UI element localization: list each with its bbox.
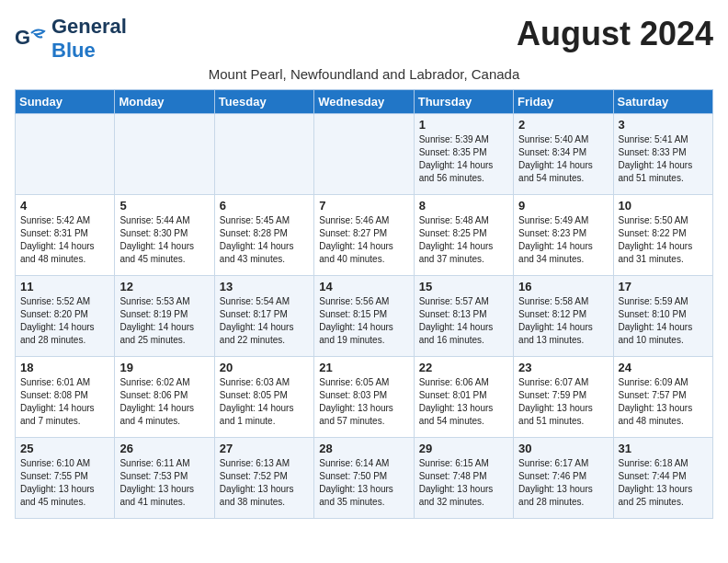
calendar-cell: 12Sunrise: 5:53 AM Sunset: 8:19 PM Dayli…: [115, 276, 214, 357]
calendar-cell: 1Sunrise: 5:39 AM Sunset: 8:35 PM Daylig…: [414, 114, 513, 195]
day-info: Sunrise: 5:46 AM Sunset: 8:27 PM Dayligh…: [319, 214, 408, 266]
calendar-cell: [16, 114, 115, 195]
calendar-cell: 18Sunrise: 6:01 AM Sunset: 8:08 PM Dayli…: [16, 357, 115, 438]
calendar-cell: 26Sunrise: 6:11 AM Sunset: 7:53 PM Dayli…: [115, 438, 214, 519]
day-number: 5: [119, 199, 209, 213]
calendar-cell: 29Sunrise: 6:15 AM Sunset: 7:48 PM Dayli…: [414, 438, 513, 519]
day-info: Sunrise: 5:54 AM Sunset: 8:17 PM Dayligh…: [220, 295, 309, 347]
day-number: 14: [319, 280, 408, 293]
day-number: 23: [518, 361, 608, 374]
day-number: 12: [119, 280, 209, 293]
day-number: 11: [20, 280, 109, 293]
day-info: Sunrise: 5:52 AM Sunset: 8:20 PM Dayligh…: [20, 295, 109, 347]
day-number: 17: [619, 280, 708, 293]
day-number: 26: [119, 442, 209, 455]
day-info: Sunrise: 6:05 AM Sunset: 8:03 PM Dayligh…: [319, 376, 408, 428]
calendar-cell: 3Sunrise: 5:41 AM Sunset: 8:33 PM Daylig…: [613, 114, 712, 195]
day-info: Sunrise: 5:58 AM Sunset: 8:12 PM Dayligh…: [518, 295, 608, 347]
calendar-cell: 30Sunrise: 6:17 AM Sunset: 7:46 PM Dayli…: [514, 438, 613, 519]
day-number: 10: [619, 199, 708, 213]
day-number: 4: [20, 199, 109, 213]
weekday-header-tuesday: Tuesday: [214, 90, 313, 114]
calendar-cell: 20Sunrise: 6:03 AM Sunset: 8:05 PM Dayli…: [214, 357, 313, 438]
day-info: Sunrise: 5:41 AM Sunset: 8:33 PM Dayligh…: [619, 133, 708, 185]
calendar-cell: 11Sunrise: 5:52 AM Sunset: 8:20 PM Dayli…: [16, 276, 115, 357]
weekday-header-friday: Friday: [514, 90, 613, 114]
day-number: 19: [119, 361, 209, 374]
calendar-cell: 9Sunrise: 5:49 AM Sunset: 8:23 PM Daylig…: [514, 195, 613, 276]
day-number: 28: [319, 442, 408, 455]
day-number: 15: [419, 280, 508, 293]
day-info: Sunrise: 5:39 AM Sunset: 8:35 PM Dayligh…: [419, 133, 508, 185]
calendar-cell: 23Sunrise: 6:07 AM Sunset: 7:59 PM Dayli…: [514, 357, 613, 438]
calendar-cell: 21Sunrise: 6:05 AM Sunset: 8:03 PM Dayli…: [314, 357, 414, 438]
calendar-cell: 24Sunrise: 6:09 AM Sunset: 7:57 PM Dayli…: [613, 357, 712, 438]
month-title: August 2024: [517, 15, 713, 53]
day-number: 31: [619, 442, 708, 455]
calendar-cell: 17Sunrise: 5:59 AM Sunset: 8:10 PM Dayli…: [613, 276, 712, 357]
day-info: Sunrise: 5:57 AM Sunset: 8:13 PM Dayligh…: [419, 295, 508, 347]
day-number: 1: [419, 118, 508, 132]
day-info: Sunrise: 5:45 AM Sunset: 8:28 PM Dayligh…: [220, 214, 309, 266]
day-info: Sunrise: 5:50 AM Sunset: 8:22 PM Dayligh…: [619, 214, 708, 266]
calendar-cell: 14Sunrise: 5:56 AM Sunset: 8:15 PM Dayli…: [314, 276, 414, 357]
day-info: Sunrise: 5:59 AM Sunset: 8:10 PM Dayligh…: [619, 295, 708, 347]
calendar-cell: 5Sunrise: 5:44 AM Sunset: 8:30 PM Daylig…: [115, 195, 214, 276]
day-number: 20: [220, 361, 309, 374]
weekday-header-saturday: Saturday: [613, 90, 712, 114]
day-info: Sunrise: 6:17 AM Sunset: 7:46 PM Dayligh…: [518, 457, 608, 509]
day-info: Sunrise: 5:49 AM Sunset: 8:23 PM Dayligh…: [518, 214, 608, 266]
calendar-cell: [314, 114, 414, 195]
day-number: 9: [518, 199, 608, 213]
calendar-cell: 8Sunrise: 5:48 AM Sunset: 8:25 PM Daylig…: [414, 195, 513, 276]
logo-blue-text: Blue: [51, 39, 96, 62]
logo-icon: G: [15, 26, 48, 52]
logo: G General Blue: [15, 15, 127, 63]
day-info: Sunrise: 5:40 AM Sunset: 8:34 PM Dayligh…: [518, 133, 608, 185]
calendar-cell: 10Sunrise: 5:50 AM Sunset: 8:22 PM Dayli…: [613, 195, 712, 276]
day-number: 27: [220, 442, 309, 455]
calendar-cell: 7Sunrise: 5:46 AM Sunset: 8:27 PM Daylig…: [314, 195, 414, 276]
day-info: Sunrise: 6:02 AM Sunset: 8:06 PM Dayligh…: [119, 376, 209, 428]
day-number: 8: [419, 199, 508, 213]
calendar-cell: [214, 114, 313, 195]
page-header: G General Blue August 2024: [15, 15, 713, 63]
day-info: Sunrise: 6:01 AM Sunset: 8:08 PM Dayligh…: [20, 376, 109, 428]
weekday-header-sunday: Sunday: [16, 90, 115, 114]
day-number: 2: [518, 118, 608, 132]
day-info: Sunrise: 6:10 AM Sunset: 7:55 PM Dayligh…: [20, 457, 109, 509]
day-info: Sunrise: 6:06 AM Sunset: 8:01 PM Dayligh…: [419, 376, 508, 428]
day-info: Sunrise: 6:15 AM Sunset: 7:48 PM Dayligh…: [419, 457, 508, 509]
calendar-cell: 22Sunrise: 6:06 AM Sunset: 8:01 PM Dayli…: [414, 357, 513, 438]
calendar-cell: 31Sunrise: 6:18 AM Sunset: 7:44 PM Dayli…: [613, 438, 712, 519]
weekday-header-monday: Monday: [115, 90, 214, 114]
day-info: Sunrise: 6:09 AM Sunset: 7:57 PM Dayligh…: [619, 376, 708, 428]
day-number: 25: [20, 442, 109, 455]
day-info: Sunrise: 5:44 AM Sunset: 8:30 PM Dayligh…: [119, 214, 209, 266]
calendar-table: SundayMondayTuesdayWednesdayThursdayFrid…: [15, 89, 713, 519]
calendar-cell: 27Sunrise: 6:13 AM Sunset: 7:52 PM Dayli…: [214, 438, 313, 519]
day-number: 6: [220, 199, 309, 213]
day-info: Sunrise: 6:07 AM Sunset: 7:59 PM Dayligh…: [518, 376, 608, 428]
day-number: 3: [619, 118, 708, 132]
calendar-cell: 25Sunrise: 6:10 AM Sunset: 7:55 PM Dayli…: [16, 438, 115, 519]
calendar-cell: 6Sunrise: 5:45 AM Sunset: 8:28 PM Daylig…: [214, 195, 313, 276]
weekday-header-wednesday: Wednesday: [314, 90, 414, 114]
day-info: Sunrise: 6:11 AM Sunset: 7:53 PM Dayligh…: [119, 457, 209, 509]
logo-general-text: General: [51, 15, 127, 38]
day-info: Sunrise: 6:18 AM Sunset: 7:44 PM Dayligh…: [619, 457, 708, 509]
day-info: Sunrise: 6:03 AM Sunset: 8:05 PM Dayligh…: [220, 376, 309, 428]
day-number: 29: [419, 442, 508, 455]
day-info: Sunrise: 5:56 AM Sunset: 8:15 PM Dayligh…: [319, 295, 408, 347]
calendar-cell: 15Sunrise: 5:57 AM Sunset: 8:13 PM Dayli…: [414, 276, 513, 357]
day-number: 16: [518, 280, 608, 293]
day-number: 30: [518, 442, 608, 455]
day-info: Sunrise: 6:14 AM Sunset: 7:50 PM Dayligh…: [319, 457, 408, 509]
day-info: Sunrise: 5:48 AM Sunset: 8:25 PM Dayligh…: [419, 214, 508, 266]
calendar-cell: 19Sunrise: 6:02 AM Sunset: 8:06 PM Dayli…: [115, 357, 214, 438]
day-info: Sunrise: 6:13 AM Sunset: 7:52 PM Dayligh…: [220, 457, 309, 509]
calendar-cell: 28Sunrise: 6:14 AM Sunset: 7:50 PM Dayli…: [314, 438, 414, 519]
calendar-cell: 4Sunrise: 5:42 AM Sunset: 8:31 PM Daylig…: [16, 195, 115, 276]
svg-text:G: G: [15, 26, 30, 49]
weekday-header-thursday: Thursday: [414, 90, 513, 114]
